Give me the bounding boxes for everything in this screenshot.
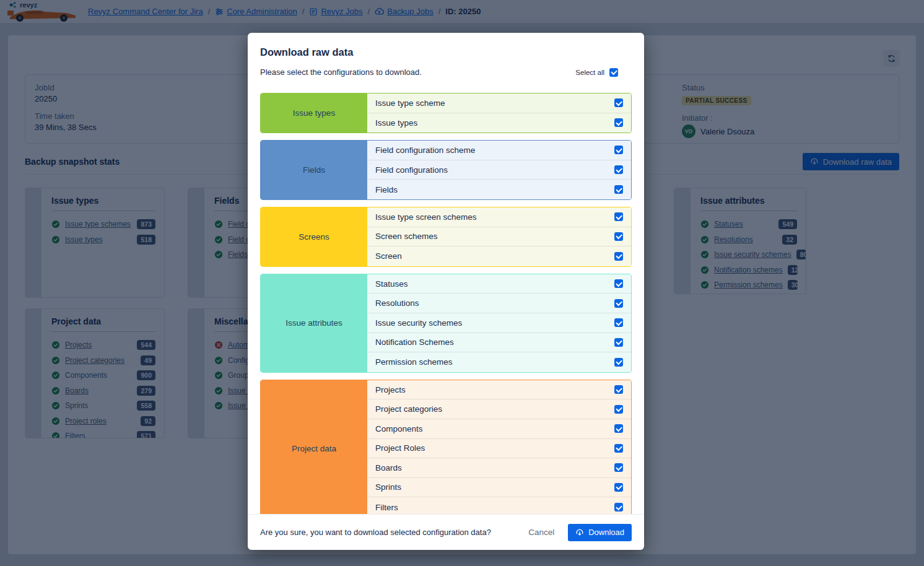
config-checkbox[interactable] bbox=[614, 212, 623, 221]
download-raw-data-modal: Download raw data Please select the conf… bbox=[248, 33, 644, 550]
config-checkbox[interactable] bbox=[614, 232, 623, 241]
config-row: Statuses bbox=[367, 274, 631, 294]
config-row-label: Boards bbox=[375, 463, 402, 472]
config-section: Project dataProjectsProject categoriesCo… bbox=[260, 380, 632, 514]
config-checkbox[interactable] bbox=[614, 318, 623, 327]
section-label: Fields bbox=[261, 141, 367, 199]
config-section: Issue attributesStatusesResolutionsIssue… bbox=[260, 274, 632, 373]
section-rows: ProjectsProject categoriesComponentsProj… bbox=[367, 380, 631, 514]
config-row-label: Project categories bbox=[375, 404, 442, 414]
cancel-button[interactable]: Cancel bbox=[528, 528, 554, 537]
modal-sections: Issue typesIssue type schemeIssue typesF… bbox=[260, 93, 632, 514]
config-row: Issue security schemes bbox=[367, 313, 631, 333]
select-all-checkbox[interactable] bbox=[609, 68, 618, 77]
config-checkbox[interactable] bbox=[614, 252, 623, 261]
section-label: Issue attributes bbox=[261, 274, 367, 372]
config-row: Field configuration scheme bbox=[367, 141, 631, 160]
config-section: FieldsField configuration schemeField co… bbox=[260, 140, 632, 200]
config-section: ScreensIssue type screen schemesScreen s… bbox=[260, 207, 632, 267]
config-checkbox[interactable] bbox=[614, 503, 623, 512]
config-row: Filters bbox=[367, 497, 631, 514]
config-checkbox[interactable] bbox=[614, 358, 623, 367]
config-row: Field configurations bbox=[367, 160, 631, 180]
config-checkbox[interactable] bbox=[614, 444, 623, 453]
config-checkbox[interactable] bbox=[614, 185, 623, 194]
config-row-label: Screen bbox=[375, 251, 402, 261]
config-row-label: Field configuration scheme bbox=[375, 146, 475, 155]
confirm-question: Are you sure, you want to download selec… bbox=[260, 528, 528, 537]
config-checkbox[interactable] bbox=[614, 146, 623, 154]
config-row: Project Roles bbox=[367, 439, 631, 459]
config-checkbox[interactable] bbox=[614, 424, 623, 433]
section-label: Project data bbox=[261, 380, 367, 514]
config-checkbox[interactable] bbox=[614, 98, 623, 107]
modal-subtitle: Please select the configurations to down… bbox=[260, 67, 422, 77]
config-row: Components bbox=[367, 419, 631, 439]
config-row-label: Issue type screen schemes bbox=[375, 212, 477, 222]
config-row: Fields bbox=[367, 180, 631, 199]
config-section: Issue typesIssue type schemeIssue types bbox=[260, 93, 632, 133]
config-row-label: Issue types bbox=[375, 118, 417, 128]
config-row: Resolutions bbox=[367, 294, 631, 313]
download-button[interactable]: Download bbox=[568, 524, 632, 541]
config-row-label: Screen schemes bbox=[375, 232, 438, 241]
section-rows: Field configuration schemeField configur… bbox=[367, 141, 631, 199]
config-checkbox[interactable] bbox=[614, 463, 623, 472]
select-all-label: Select all bbox=[575, 69, 604, 76]
config-row: Issue type scheme bbox=[367, 94, 631, 113]
config-row-label: Field configurations bbox=[375, 165, 448, 175]
download-icon bbox=[575, 528, 584, 537]
section-label: Issue types bbox=[261, 94, 367, 133]
config-row-label: Sprints bbox=[375, 482, 401, 492]
config-row: Sprints bbox=[367, 478, 631, 498]
config-row-label: Filters bbox=[375, 503, 398, 512]
config-row-label: Issue security schemes bbox=[375, 318, 462, 328]
config-row: Screen schemes bbox=[367, 227, 631, 247]
config-row: Boards bbox=[367, 458, 631, 478]
config-row-label: Permission schemes bbox=[375, 357, 453, 367]
config-row-label: Fields bbox=[375, 185, 398, 194]
config-checkbox[interactable] bbox=[614, 405, 623, 414]
config-checkbox[interactable] bbox=[614, 338, 623, 347]
section-rows: Issue type schemeIssue types bbox=[367, 94, 631, 133]
section-label: Screens bbox=[261, 207, 367, 266]
config-checkbox[interactable] bbox=[614, 483, 623, 492]
config-row-label: Projects bbox=[375, 385, 406, 394]
config-checkbox[interactable] bbox=[614, 299, 623, 308]
config-row: Issue type screen schemes bbox=[367, 207, 631, 227]
config-row: Projects bbox=[367, 380, 631, 400]
modal-footer: Are you sure, you want to download selec… bbox=[248, 514, 644, 550]
config-row-label: Notification Schemes bbox=[375, 337, 454, 347]
config-row: Issue types bbox=[367, 113, 631, 133]
section-rows: StatusesResolutionsIssue security scheme… bbox=[367, 274, 631, 372]
config-checkbox[interactable] bbox=[614, 385, 623, 394]
config-row-label: Issue type scheme bbox=[375, 98, 445, 108]
modal-title: Download raw data bbox=[248, 33, 644, 58]
config-row-label: Project Roles bbox=[375, 443, 425, 453]
config-checkbox[interactable] bbox=[614, 165, 623, 174]
config-row-label: Statuses bbox=[375, 279, 408, 289]
section-rows: Issue type screen schemesScreen schemesS… bbox=[367, 207, 631, 266]
config-row: Permission schemes bbox=[367, 352, 631, 372]
config-row: Project categories bbox=[367, 399, 631, 419]
config-row-label: Resolutions bbox=[375, 298, 419, 308]
config-row: Notification Schemes bbox=[367, 333, 631, 353]
config-row-label: Components bbox=[375, 424, 423, 433]
config-row: Screen bbox=[367, 246, 631, 266]
select-all: Select all bbox=[575, 68, 618, 77]
config-checkbox[interactable] bbox=[614, 118, 623, 127]
download-button-label: Download bbox=[588, 528, 624, 537]
config-checkbox[interactable] bbox=[614, 279, 623, 288]
